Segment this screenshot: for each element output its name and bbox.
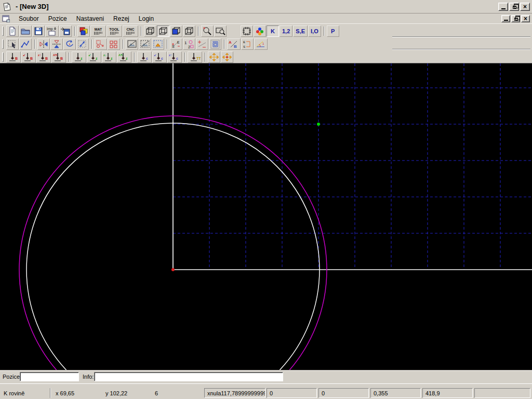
mdi-child-icon[interactable]: [2, 15, 10, 22]
polyline-tool-button[interactable]: [19, 38, 32, 50]
tool-dir-tt-icon: TT: [189, 52, 201, 62]
pan-arrows-button[interactable]: [208, 51, 220, 63]
offset-plus-minus-button[interactable]: [196, 38, 208, 50]
menu-soubor[interactable]: Soubor: [14, 14, 44, 23]
view-iso-3-button[interactable]: [183, 25, 195, 37]
toolbar-separator: [34, 39, 35, 49]
contour-select-2-button[interactable]: [139, 38, 151, 50]
toolbar-separator: [69, 52, 70, 62]
select-tool-button[interactable]: [6, 38, 19, 50]
scale-button[interactable]: [76, 38, 89, 50]
cnc-button[interactable]: CNC: [123, 25, 138, 37]
save-button[interactable]: [32, 25, 45, 37]
import-icon: Imp: [46, 26, 58, 36]
cnc-icon: CNC: [124, 26, 137, 36]
toolbar-grip[interactable]: [2, 26, 4, 36]
toolbar-grip[interactable]: [2, 39, 4, 49]
menu-items: SouborPoziceNastaveniRezejLogin: [14, 14, 500, 23]
color-mode-icon: [255, 26, 265, 36]
color-mode-button[interactable]: [254, 25, 266, 37]
start-end-points-button[interactable]: ES: [170, 38, 182, 50]
svg-text:c: c: [146, 57, 148, 60]
tool-dir-b-rot-button[interactable]: A↻B: [51, 51, 66, 63]
mdi-close-button[interactable]: ×: [521, 15, 530, 22]
mdi-restore-button[interactable]: [511, 15, 520, 22]
pan-center-button[interactable]: [221, 51, 233, 63]
tool-dir-b-angle-button[interactable]: ↙B: [21, 51, 36, 63]
tool-dir-c-zup-button[interactable]: z↑c: [167, 51, 182, 63]
restore-button[interactable]: [509, 3, 519, 11]
status-xnula: xnula117,78999999999999: [204, 388, 265, 398]
mirror-vertical-button[interactable]: [50, 38, 63, 50]
svg-text:A↻: A↻: [53, 54, 58, 57]
view-iso-1-button[interactable]: [144, 25, 156, 37]
material-icon: MAT: [91, 26, 105, 36]
pozice-label: Pozice:: [3, 374, 21, 380]
tool-dir-z-angle-button[interactable]: ↙z: [87, 51, 101, 63]
menu-nastaveni[interactable]: Nastaveni: [72, 14, 109, 23]
new-file-button[interactable]: [6, 25, 19, 37]
a-b-button[interactable]: AB: [227, 38, 241, 50]
tool-dir-b-button[interactable]: B: [6, 51, 21, 63]
k-mode-button[interactable]: K: [267, 25, 279, 37]
tool-dir-b-zup-button[interactable]: z↑B: [36, 51, 51, 63]
contour-select-3-icon: [153, 39, 163, 49]
spiral-button[interactable]: [209, 38, 221, 50]
mdi-minimize-button[interactable]: [501, 15, 510, 22]
grid-toggle-button[interactable]: [241, 25, 253, 37]
minimize-icon: [501, 8, 506, 9]
toolbar-separator: [167, 39, 168, 49]
app-icon[interactable]: [2, 2, 11, 11]
info-input[interactable]: [94, 372, 283, 381]
material-button[interactable]: MAT: [90, 25, 106, 37]
e-s-button[interactable]: ES: [241, 38, 254, 50]
angle-1-button[interactable]: 1: [254, 38, 268, 50]
export-button[interactable]: [59, 25, 72, 37]
tool-dir-c-zup-icon: z↑c: [168, 52, 181, 62]
view-iso-2-icon: [158, 26, 168, 36]
tool-table-button[interactable]: TOOL: [107, 25, 122, 37]
start-end-points-icon: ES: [171, 39, 181, 49]
contour-select-1-button[interactable]: [126, 38, 138, 50]
rotate-icon: [64, 39, 75, 49]
open-file-button[interactable]: [19, 25, 32, 37]
menu-rezej[interactable]: Rezej: [109, 14, 134, 23]
import-button[interactable]: Imp: [45, 25, 59, 37]
rotate-button[interactable]: [63, 38, 76, 50]
menu-pozice[interactable]: Pozice: [44, 14, 72, 23]
tool-dir-c-angle-button[interactable]: ↙c: [152, 51, 167, 63]
mirror-horizontal-button[interactable]: [37, 38, 50, 50]
status-val-1: 0: [267, 388, 317, 398]
drawing-canvas[interactable]: [0, 63, 532, 370]
mode-i-o-button[interactable]: I,O: [308, 25, 321, 37]
toolbar-separator: [198, 26, 199, 36]
zoom-window-icon: [215, 26, 225, 36]
tool-dir-tt-button[interactable]: TT: [188, 51, 202, 63]
array-copy-button[interactable]: [108, 38, 120, 50]
view-iso-2-button[interactable]: [157, 25, 169, 37]
tool-dir-c-angle-icon: ↙c: [153, 52, 166, 62]
pozice-input[interactable]: [20, 372, 79, 381]
tool-dir-c-button[interactable]: c: [137, 51, 152, 63]
offset-plus-minus-icon: [197, 39, 207, 49]
position-bar: Pozice: Info:: [0, 370, 532, 383]
menu-login[interactable]: Login: [134, 14, 158, 23]
contour-select-3-button[interactable]: [152, 38, 164, 50]
tool-dir-z-zdown-button[interactable]: z↓z: [102, 51, 116, 63]
mode-s-e-button[interactable]: S,E: [293, 25, 308, 37]
pan-arrows-icon: [209, 52, 219, 62]
colors-button[interactable]: [77, 25, 90, 37]
zoom-in-button[interactable]: [201, 25, 214, 37]
minimize-button[interactable]: [498, 3, 508, 11]
close-button[interactable]: ×: [520, 3, 530, 11]
swap-1-2-button[interactable]: 12: [183, 38, 195, 50]
copy-transform-button[interactable]: [95, 38, 107, 50]
tool-dir-z-rot-button[interactable]: A↻z: [117, 51, 131, 63]
toolbar-grip[interactable]: [2, 52, 4, 62]
tool-dir-z-button[interactable]: z: [72, 51, 86, 63]
zoom-window-button[interactable]: [214, 25, 227, 37]
mdi-close-icon: ×: [524, 16, 527, 21]
view-solid-button[interactable]: [170, 25, 182, 37]
mode-1-2-button[interactable]: 1,2: [280, 25, 292, 37]
p-mode-button[interactable]: P: [327, 25, 339, 37]
